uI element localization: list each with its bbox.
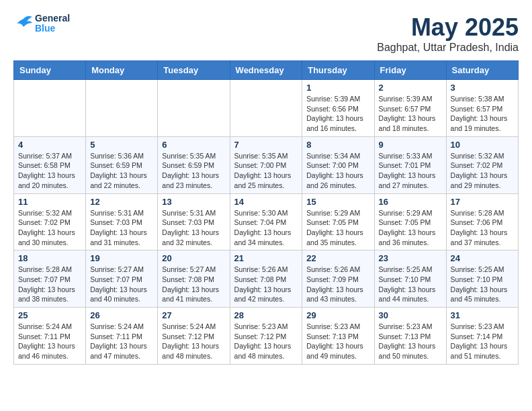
calendar-day-cell: 17Sunrise: 5:28 AM Sunset: 7:06 PM Dayli… <box>446 193 518 250</box>
calendar-day-cell <box>158 80 230 137</box>
day-info: Sunrise: 5:24 AM Sunset: 7:11 PM Dayligh… <box>18 322 81 361</box>
calendar-day-cell: 8Sunrise: 5:34 AM Sunset: 7:00 PM Daylig… <box>302 136 374 193</box>
calendar-week-row: 11Sunrise: 5:32 AM Sunset: 7:02 PM Dayli… <box>14 193 519 250</box>
col-sunday: Sunday <box>14 61 86 80</box>
day-info: Sunrise: 5:31 AM Sunset: 7:03 PM Dayligh… <box>90 208 153 248</box>
day-number: 19 <box>90 253 153 263</box>
day-number: 28 <box>234 310 298 320</box>
calendar-day-cell: 28Sunrise: 5:23 AM Sunset: 7:12 PM Dayli… <box>230 308 302 365</box>
day-number: 8 <box>306 140 369 150</box>
calendar-day-cell: 20Sunrise: 5:27 AM Sunset: 7:08 PM Dayli… <box>158 250 230 308</box>
calendar-subtitle: Baghpat, Uttar Pradesh, India <box>377 42 519 54</box>
calendar-day-cell: 4Sunrise: 5:37 AM Sunset: 6:58 PM Daylig… <box>14 136 86 193</box>
calendar-day-cell: 2Sunrise: 5:39 AM Sunset: 6:57 PM Daylig… <box>374 80 446 137</box>
col-wednesday: Wednesday <box>230 61 302 80</box>
calendar-day-cell: 19Sunrise: 5:27 AM Sunset: 7:07 PM Dayli… <box>86 250 158 308</box>
calendar-day-cell: 21Sunrise: 5:26 AM Sunset: 7:08 PM Dayli… <box>230 250 302 308</box>
calendar-day-cell: 25Sunrise: 5:24 AM Sunset: 7:11 PM Dayli… <box>14 308 86 365</box>
col-thursday: Thursday <box>302 61 374 80</box>
calendar-day-cell: 26Sunrise: 5:24 AM Sunset: 7:11 PM Dayli… <box>86 308 158 365</box>
day-info: Sunrise: 5:35 AM Sunset: 6:59 PM Dayligh… <box>162 151 225 191</box>
calendar-day-cell <box>14 80 86 137</box>
day-number: 5 <box>90 140 153 150</box>
day-number: 23 <box>379 253 442 263</box>
calendar-day-cell: 30Sunrise: 5:23 AM Sunset: 7:13 PM Dayli… <box>374 308 446 365</box>
day-info: Sunrise: 5:30 AM Sunset: 7:04 PM Dayligh… <box>234 208 298 248</box>
day-info: Sunrise: 5:23 AM Sunset: 7:13 PM Dayligh… <box>379 322 442 361</box>
calendar-day-cell: 13Sunrise: 5:31 AM Sunset: 7:03 PM Dayli… <box>158 193 230 250</box>
day-info: Sunrise: 5:27 AM Sunset: 7:08 PM Dayligh… <box>162 265 225 304</box>
calendar-day-cell: 22Sunrise: 5:26 AM Sunset: 7:09 PM Dayli… <box>302 250 374 308</box>
day-info: Sunrise: 5:39 AM Sunset: 6:56 PM Dayligh… <box>306 94 369 134</box>
day-number: 6 <box>162 140 225 150</box>
day-info: Sunrise: 5:39 AM Sunset: 6:57 PM Dayligh… <box>379 94 442 134</box>
day-number: 26 <box>90 310 153 320</box>
calendar-day-cell: 18Sunrise: 5:28 AM Sunset: 7:07 PM Dayli… <box>14 250 86 308</box>
day-info: Sunrise: 5:36 AM Sunset: 6:59 PM Dayligh… <box>90 151 153 191</box>
day-info: Sunrise: 5:33 AM Sunset: 7:01 PM Dayligh… <box>379 151 442 191</box>
day-info: Sunrise: 5:26 AM Sunset: 7:08 PM Dayligh… <box>234 265 298 304</box>
day-info: Sunrise: 5:32 AM Sunset: 7:02 PM Dayligh… <box>18 208 81 248</box>
day-info: Sunrise: 5:28 AM Sunset: 7:07 PM Dayligh… <box>18 265 81 304</box>
calendar-day-cell: 6Sunrise: 5:35 AM Sunset: 6:59 PM Daylig… <box>158 136 230 193</box>
day-number: 17 <box>451 197 514 207</box>
col-saturday: Saturday <box>446 61 518 80</box>
calendar-day-cell: 23Sunrise: 5:25 AM Sunset: 7:10 PM Dayli… <box>374 250 446 308</box>
day-info: Sunrise: 5:29 AM Sunset: 7:05 PM Dayligh… <box>306 208 369 248</box>
day-info: Sunrise: 5:29 AM Sunset: 7:05 PM Dayligh… <box>379 208 442 248</box>
day-info: Sunrise: 5:28 AM Sunset: 7:06 PM Dayligh… <box>451 208 514 248</box>
day-number: 29 <box>306 310 369 320</box>
day-info: Sunrise: 5:23 AM Sunset: 7:13 PM Dayligh… <box>306 322 369 361</box>
calendar-day-cell <box>86 80 158 137</box>
day-number: 3 <box>451 83 514 93</box>
day-number: 31 <box>451 310 514 320</box>
day-number: 22 <box>306 253 369 263</box>
calendar-week-row: 1Sunrise: 5:39 AM Sunset: 6:56 PM Daylig… <box>14 80 519 137</box>
day-info: Sunrise: 5:37 AM Sunset: 6:58 PM Dayligh… <box>18 151 81 191</box>
day-number: 24 <box>451 253 514 263</box>
day-info: Sunrise: 5:31 AM Sunset: 7:03 PM Dayligh… <box>162 208 225 248</box>
day-info: Sunrise: 5:23 AM Sunset: 7:14 PM Dayligh… <box>451 322 514 361</box>
calendar-week-row: 4Sunrise: 5:37 AM Sunset: 6:58 PM Daylig… <box>14 136 519 193</box>
day-info: Sunrise: 5:24 AM Sunset: 7:11 PM Dayligh… <box>90 322 153 361</box>
day-number: 18 <box>18 253 81 263</box>
day-number: 10 <box>451 140 514 150</box>
calendar-header-row: Sunday Monday Tuesday Wednesday Thursday… <box>14 61 519 80</box>
day-info: Sunrise: 5:23 AM Sunset: 7:12 PM Dayligh… <box>234 322 298 361</box>
day-info: Sunrise: 5:32 AM Sunset: 7:02 PM Dayligh… <box>451 151 514 191</box>
calendar-day-cell: 12Sunrise: 5:31 AM Sunset: 7:03 PM Dayli… <box>86 193 158 250</box>
day-number: 16 <box>379 197 442 207</box>
calendar-day-cell: 3Sunrise: 5:38 AM Sunset: 6:57 PM Daylig… <box>446 80 518 137</box>
title-area: May 2025 Baghpat, Uttar Pradesh, India <box>377 13 519 54</box>
col-monday: Monday <box>86 61 158 80</box>
calendar-day-cell: 7Sunrise: 5:35 AM Sunset: 7:00 PM Daylig… <box>230 136 302 193</box>
calendar-day-cell: 16Sunrise: 5:29 AM Sunset: 7:05 PM Dayli… <box>374 193 446 250</box>
calendar-day-cell: 9Sunrise: 5:33 AM Sunset: 7:01 PM Daylig… <box>374 136 446 193</box>
day-info: Sunrise: 5:34 AM Sunset: 7:00 PM Dayligh… <box>306 151 369 191</box>
day-number: 7 <box>234 140 298 150</box>
calendar-day-cell: 27Sunrise: 5:24 AM Sunset: 7:12 PM Dayli… <box>158 308 230 365</box>
logo: General Blue <box>13 13 70 34</box>
col-tuesday: Tuesday <box>158 61 230 80</box>
logo-bird-icon <box>13 13 34 34</box>
day-info: Sunrise: 5:25 AM Sunset: 7:10 PM Dayligh… <box>451 265 514 304</box>
day-number: 21 <box>234 253 298 263</box>
day-number: 30 <box>379 310 442 320</box>
day-number: 2 <box>379 83 442 93</box>
calendar-week-row: 18Sunrise: 5:28 AM Sunset: 7:07 PM Dayli… <box>14 250 519 308</box>
day-info: Sunrise: 5:24 AM Sunset: 7:12 PM Dayligh… <box>162 322 225 361</box>
day-info: Sunrise: 5:25 AM Sunset: 7:10 PM Dayligh… <box>379 265 442 304</box>
calendar-week-row: 25Sunrise: 5:24 AM Sunset: 7:11 PM Dayli… <box>14 308 519 365</box>
day-number: 27 <box>162 310 225 320</box>
calendar-title: May 2025 <box>377 13 519 42</box>
day-number: 9 <box>379 140 442 150</box>
day-number: 25 <box>18 310 81 320</box>
calendar-day-cell: 31Sunrise: 5:23 AM Sunset: 7:14 PM Dayli… <box>446 308 518 365</box>
calendar-day-cell: 14Sunrise: 5:30 AM Sunset: 7:04 PM Dayli… <box>230 193 302 250</box>
col-friday: Friday <box>374 61 446 80</box>
calendar-day-cell: 11Sunrise: 5:32 AM Sunset: 7:02 PM Dayli… <box>14 193 86 250</box>
calendar-day-cell: 15Sunrise: 5:29 AM Sunset: 7:05 PM Dayli… <box>302 193 374 250</box>
calendar-day-cell: 24Sunrise: 5:25 AM Sunset: 7:10 PM Dayli… <box>446 250 518 308</box>
day-info: Sunrise: 5:38 AM Sunset: 6:57 PM Dayligh… <box>451 94 514 134</box>
day-number: 20 <box>162 253 225 263</box>
